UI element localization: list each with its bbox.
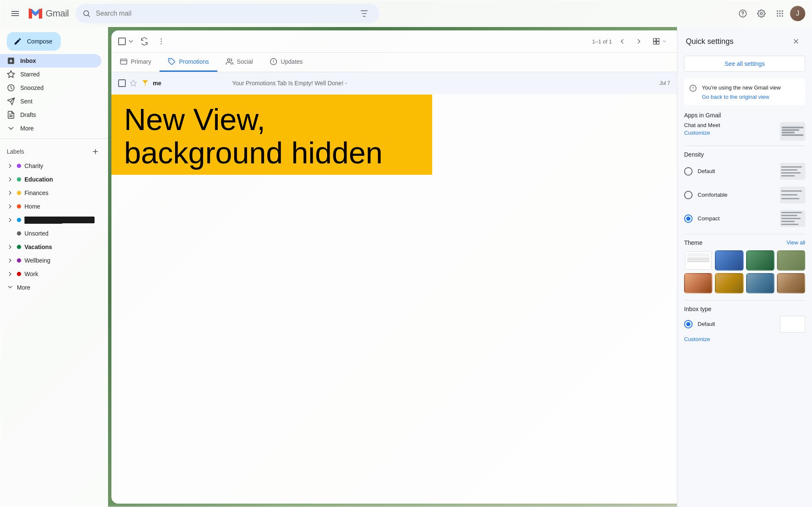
inbox-type-default-row[interactable]: Default bbox=[684, 316, 805, 333]
label-item-education[interactable]: Education bbox=[0, 173, 101, 186]
mail-toolbar: 1–1 of 1 bbox=[111, 30, 677, 53]
theme-item-forest[interactable] bbox=[746, 250, 774, 271]
tab-primary-label: Primary bbox=[131, 58, 151, 65]
density-option-compact[interactable]: Compact bbox=[684, 209, 805, 229]
select-all-checkbox[interactable] bbox=[118, 38, 126, 45]
info-icon bbox=[689, 84, 697, 100]
preview-line bbox=[781, 169, 797, 171]
quick-settings-close-button[interactable] bbox=[788, 34, 804, 49]
theme-item-sunset[interactable] bbox=[684, 273, 712, 293]
label-item-unsorted[interactable]: Unsorted bbox=[0, 227, 101, 240]
sidebar-item-starred[interactable]: Starred bbox=[0, 68, 101, 81]
user-avatar[interactable]: J bbox=[790, 6, 805, 21]
sidebar-item-more-nav[interactable]: More bbox=[0, 122, 101, 135]
tab-updates-label: Updates bbox=[281, 58, 303, 65]
density-option-comfortable[interactable]: Comfortable bbox=[684, 185, 805, 205]
more-vert-icon bbox=[157, 37, 165, 46]
label-item-finances[interactable]: Finances bbox=[0, 186, 101, 200]
tag-icon bbox=[168, 58, 176, 65]
more-nav-label: More bbox=[20, 125, 34, 132]
sidebar: Compose Inbox Starred bbox=[0, 27, 108, 507]
expand-arrow-icon bbox=[7, 244, 14, 250]
label-name: Wellbeing bbox=[24, 257, 95, 264]
theme-line bbox=[687, 261, 709, 262]
inbox-type-radio-default[interactable] bbox=[684, 320, 693, 328]
svg-point-21 bbox=[161, 38, 162, 40]
preview-line bbox=[781, 166, 802, 168]
top-bar: Gmail bbox=[0, 0, 812, 27]
theme-item-mountains[interactable] bbox=[777, 250, 805, 271]
label-item-charity[interactable]: Charity bbox=[0, 159, 101, 173]
preview-line bbox=[782, 134, 804, 136]
density-radio-default[interactable] bbox=[684, 167, 693, 176]
svg-rect-26 bbox=[653, 42, 656, 44]
label-color-dot bbox=[17, 272, 21, 276]
density-radio-comfortable[interactable] bbox=[684, 191, 693, 199]
help-button[interactable] bbox=[734, 5, 751, 22]
preview-line bbox=[782, 132, 795, 133]
tab-primary[interactable]: Primary bbox=[111, 53, 160, 72]
snoozed-label: Snoozed bbox=[20, 84, 43, 91]
theme-header: Theme View all bbox=[684, 239, 805, 246]
view-all-themes-button[interactable]: View all bbox=[786, 239, 805, 246]
density-preview-comfortable bbox=[780, 187, 805, 203]
preview-line bbox=[781, 221, 795, 222]
prev-page-button[interactable] bbox=[615, 35, 629, 48]
svg-point-13 bbox=[782, 11, 783, 12]
next-page-button[interactable] bbox=[632, 35, 646, 48]
email-row[interactable]: me Your Promotions Tab Is Empty! Well Do… bbox=[111, 72, 677, 94]
theme-item-lake[interactable] bbox=[746, 273, 774, 293]
sidebar-item-drafts[interactable]: Drafts bbox=[0, 108, 101, 122]
search-filter-button[interactable] bbox=[356, 5, 373, 22]
theme-item-default[interactable] bbox=[684, 250, 712, 271]
label-item-home[interactable]: Home bbox=[0, 200, 101, 213]
theme-item-canyon[interactable] bbox=[777, 273, 805, 293]
label-color-dot bbox=[17, 177, 21, 182]
email-checkbox[interactable] bbox=[118, 79, 126, 87]
email-subject: Your Promotions Tab Is Empty! Well Done!… bbox=[232, 80, 656, 87]
apps-section-header: Apps in Gmail bbox=[684, 112, 805, 119]
density-radio-compact[interactable] bbox=[684, 214, 693, 223]
email-star-button[interactable] bbox=[129, 79, 138, 87]
gmail-logo: Gmail bbox=[27, 5, 69, 22]
email-sender: me bbox=[153, 80, 229, 87]
view-selector-button[interactable] bbox=[649, 36, 670, 47]
label-item-more[interactable]: More bbox=[0, 281, 101, 294]
email-importance-marker[interactable] bbox=[141, 79, 149, 87]
see-all-settings-button[interactable]: See all settings bbox=[684, 56, 805, 72]
label-name: Finances bbox=[24, 190, 95, 196]
compose-button[interactable]: Compose bbox=[7, 32, 61, 51]
inbox-tab-icon bbox=[120, 58, 127, 65]
inbox-type-header: Inbox type bbox=[684, 306, 805, 312]
label-item-wellbeing[interactable]: Wellbeing bbox=[0, 254, 101, 267]
quick-settings-title: Quick settings bbox=[686, 37, 734, 46]
more-toolbar-button[interactable] bbox=[154, 34, 169, 49]
select-dropdown-button[interactable] bbox=[127, 37, 135, 46]
label-item-redacted[interactable]: █████████ bbox=[0, 213, 101, 227]
apps-row: Chat and Meet Customize bbox=[684, 122, 805, 141]
drafts-icon bbox=[7, 111, 15, 119]
tab-promotions[interactable]: Promotions bbox=[160, 53, 217, 72]
search-input[interactable] bbox=[96, 10, 351, 17]
density-option-default[interactable]: Default bbox=[684, 161, 805, 182]
go-back-link[interactable]: Go back to the original view bbox=[702, 94, 781, 100]
sidebar-item-sent[interactable]: Sent bbox=[0, 95, 101, 108]
apps-customize-link[interactable]: Customize bbox=[684, 130, 710, 136]
refresh-button[interactable] bbox=[137, 34, 152, 49]
inbox-type-section: Inbox type Default Customize bbox=[684, 306, 805, 342]
settings-button[interactable] bbox=[753, 5, 770, 22]
label-name: Vacations bbox=[24, 244, 95, 250]
inbox-customize-button[interactable]: Customize bbox=[684, 336, 710, 342]
label-color-dot bbox=[17, 218, 21, 222]
hamburger-menu-button[interactable] bbox=[7, 5, 24, 22]
theme-item-ocean[interactable] bbox=[715, 250, 743, 271]
sidebar-item-snoozed[interactable]: Snoozed bbox=[0, 81, 101, 95]
sidebar-item-inbox[interactable]: Inbox bbox=[0, 54, 101, 68]
tab-updates[interactable]: Updates bbox=[261, 53, 311, 72]
tab-social[interactable]: Social bbox=[217, 53, 261, 72]
apps-button[interactable] bbox=[771, 5, 788, 22]
theme-item-desert[interactable] bbox=[715, 273, 743, 293]
label-item-vacations[interactable]: Vacations bbox=[0, 240, 101, 254]
add-label-button[interactable] bbox=[89, 146, 101, 157]
label-item-work[interactable]: Work bbox=[0, 267, 101, 281]
